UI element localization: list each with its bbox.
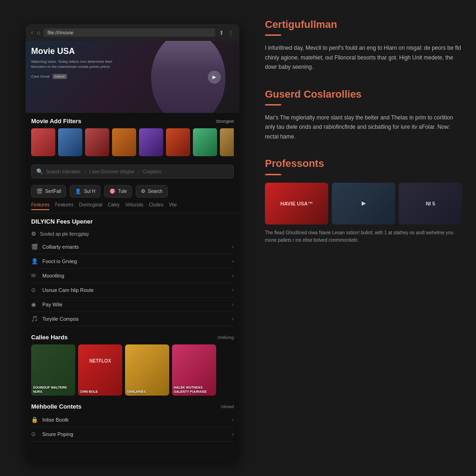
more-title: Méhbolle Contets [31, 403, 81, 410]
col-label-1: SOUINDUF WALTERN NURS [33, 386, 73, 394]
chevron-right-icon: › [232, 301, 234, 308]
movie-thumb[interactable] [58, 128, 82, 156]
dir-item-left: 🎵 Toryiile Compos [31, 316, 79, 322]
serfall-label: SerfFall [45, 189, 61, 194]
tab-features[interactable]: Features [31, 202, 49, 210]
more-label-snure: Snure Poping [42, 431, 73, 437]
home-icon[interactable]: ⌂ [37, 29, 40, 36]
collection-thumb-2[interactable]: NETFLOX CHIN BOLE [78, 344, 122, 396]
col-label-3: SANLARIES [127, 390, 167, 394]
more-item-inlise[interactable]: 🔒 Inlise Bootk › [31, 413, 234, 427]
article-divider-1 [265, 34, 281, 36]
tab-features2[interactable]: Features [55, 202, 73, 210]
filter-title-row: Movie Add Filters Strongest [31, 118, 234, 125]
tab-vtw[interactable]: Vtw [169, 202, 177, 210]
tab-caley[interactable]: Caley [108, 202, 120, 210]
dir-label-colliarty: Colliarty emants [42, 244, 79, 250]
professonts-thumb-2[interactable]: ▶ [332, 183, 395, 225]
url-bar[interactable]: file:///movie [44, 28, 215, 37]
sulh-label: Sul H [84, 189, 95, 194]
dir-item-left: ⊙ Snure Poping [31, 431, 73, 437]
tab-cludes[interactable]: Cludes [149, 202, 163, 210]
dir-item-toryiile[interactable]: 🎵 Toryiile Compos › [31, 312, 234, 326]
sulh-button[interactable]: 👤 Sul H [70, 185, 100, 198]
directory-section: DILYICN Fees Upener ⚙ Sovled ap ple ller… [26, 213, 239, 329]
more-link[interactable]: Olinied [221, 404, 234, 409]
chevron-right-icon: › [232, 431, 234, 437]
movie-thumb[interactable] [85, 128, 109, 156]
dir-label-moonlling: Moonlling [42, 273, 64, 278]
dir-item-pay[interactable]: ◉ Pay Wile › [31, 298, 234, 312]
search-bar[interactable]: 🔍 Search Interaber | I see Drimmer drbgh… [31, 165, 234, 178]
tab-virtucots[interactable]: Virtucots [126, 202, 144, 210]
movie-thumb[interactable] [112, 128, 136, 156]
movie-thumb[interactable] [31, 128, 55, 156]
professonts-thumb-1[interactable]: HAVIE USA™ [265, 183, 328, 225]
dir-header-label: Sovled ap ple llercgplay [40, 231, 89, 237]
collection-thumb-4[interactable]: HALEK WUTNDAS SALENTY PUURAISE [172, 344, 216, 396]
more-section: Méhbolle Contets Olinied 🔒 Inlise Bootk … [26, 398, 239, 444]
tab-dorincginal[interactable]: Dorincginal [79, 202, 102, 210]
serfall-icon: 🎬 [36, 188, 43, 194]
dir-item-fooct[interactable]: 👤 Fooct io Grvieg › [31, 254, 234, 269]
more-label-inlise: Inlise Bootk [42, 417, 69, 423]
collections-title: Callee Hards [31, 334, 68, 341]
filter-sort[interactable]: Strongest [216, 119, 234, 124]
serfall-button[interactable]: 🎬 SerfFall [31, 185, 66, 198]
tule-button[interactable]: 🎯 Tule [104, 185, 132, 198]
search-icon: 🔍 [36, 168, 43, 175]
tg-logo-2: ▶ [362, 200, 365, 206]
dir-header-icon: ⚙ [31, 231, 36, 237]
circle-icon: ⊙ [31, 431, 39, 437]
collection-thumb-1[interactable]: SOUINDUF WALTERN NURS [31, 344, 75, 396]
article-title-3: Professonts [265, 158, 462, 170]
action-buttons: 🎬 SerfFall 👤 Sul H 🎯 Tule ⚙ Search [26, 182, 239, 200]
dir-label-fooct: Fooct io Grvieg [42, 258, 77, 264]
share-icon[interactable]: ⬆ [219, 29, 224, 36]
sulh-icon: 👤 [75, 188, 81, 194]
dir-item-left: 🔒 Inlise Bootk [31, 416, 69, 423]
back-button[interactable]: ‹ [31, 29, 33, 36]
search-hint2: Crojetion [143, 169, 161, 174]
collections-link[interactable]: Onllioing [218, 335, 234, 340]
more-item-snure[interactable]: ⊙ Snure Poping › [31, 427, 234, 442]
dir-label-toryiile: Toryiile Compos [42, 316, 79, 322]
search-divider: | [85, 169, 86, 174]
movie-thumb[interactable] [220, 128, 234, 156]
tg-logo-1: HAVIE USA™ [280, 201, 313, 206]
directory-title: DILYICN Fees Upener [31, 218, 93, 225]
professonts-thumb-grid: HAVIE USA™ ▶ NI 5 [265, 183, 462, 225]
professonts-thumb-3[interactable]: NI 5 [399, 183, 462, 225]
dir-item-moonlling[interactable]: ✉ Moonlling › [31, 269, 234, 283]
movie-thumb[interactable] [193, 128, 217, 156]
hero-meta: Care Great Indeed [31, 74, 124, 79]
chevron-right-icon: › [232, 416, 234, 423]
dir-icon-dot: ◉ [31, 301, 39, 308]
hero-meta-text: Care Great [31, 74, 50, 79]
collection-thumb-3[interactable]: SANLARIES [125, 344, 169, 396]
hero-content: Movie USA Watching class. Today letters … [31, 46, 124, 79]
dir-item-usnue[interactable]: ⊙ Usnue Cam hlip Route › [31, 283, 234, 298]
nav-tabs: Features Features Dorincginal Caley Virt… [26, 200, 239, 213]
left-panel: ‹ ⌂ file:///movie ⬆ ⋮ Movie USA Watching… [0, 0, 256, 476]
filter-section: Movie Add Filters Strongest [26, 113, 239, 161]
directory-title-row: DILYICN Fees Upener [31, 218, 234, 225]
filter-title: Movie Add Filters [31, 118, 81, 125]
movie-thumb[interactable] [139, 128, 163, 156]
movie-thumb[interactable] [166, 128, 190, 156]
chevron-right-icon: › [232, 287, 234, 293]
article-guseiro: Guserd Coslarollies Mar's The mglerialty… [265, 88, 462, 142]
lock-icon: 🔒 [31, 416, 39, 423]
menu-icon[interactable]: ⋮ [228, 29, 234, 36]
play-button[interactable]: ▶ [208, 71, 221, 84]
phone-mockup: ‹ ⌂ file:///movie ⬆ ⋮ Movie USA Watching… [26, 24, 239, 461]
article-body-1: I infuriltned day, Mevcll to penf's foul… [265, 43, 462, 72]
article-title-1: Certigufullman [265, 19, 462, 31]
app-content[interactable]: Movie Add Filters Strongest 🔍 [26, 113, 239, 461]
hero-title: Movie USA [31, 46, 124, 56]
article-divider-3 [265, 174, 281, 175]
search-button[interactable]: ⚙ Search [136, 185, 168, 198]
dir-item-colliarty[interactable]: 🎬 Colliarty emants › [31, 240, 234, 254]
dir-item-left: 👤 Fooct io Grvieg [31, 258, 77, 264]
hero-image [142, 41, 235, 113]
